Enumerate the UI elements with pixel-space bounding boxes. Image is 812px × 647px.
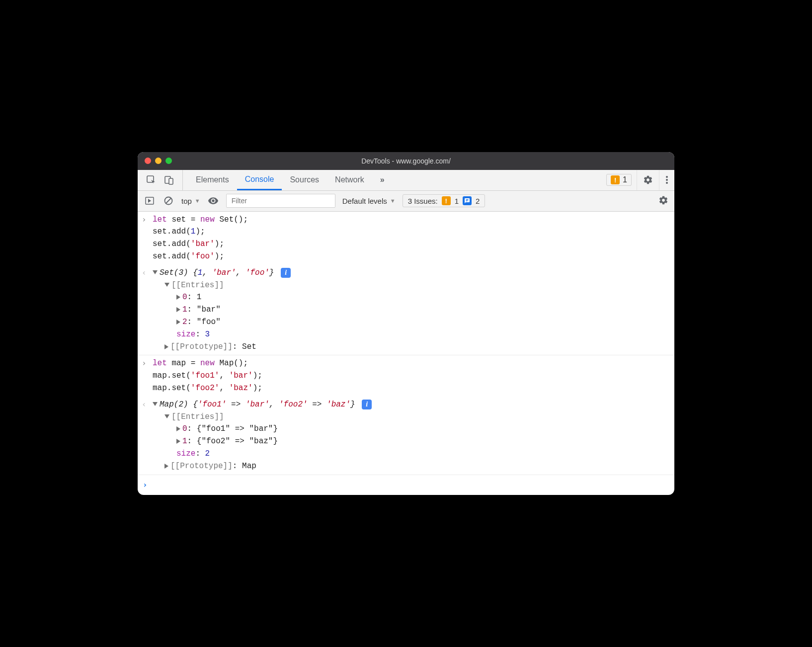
input-prompt-icon: › bbox=[142, 357, 153, 394]
titlebar: DevTools - www.google.com/ bbox=[138, 152, 674, 170]
console-input-row: ›let set = new Set(); set.add(1); set.ad… bbox=[138, 212, 674, 265]
maximize-window-button[interactable] bbox=[165, 158, 172, 164]
svg-rect-2 bbox=[169, 178, 173, 184]
expand-toggle-icon[interactable] bbox=[153, 270, 158, 274]
device-toggle-icon[interactable] bbox=[163, 174, 174, 185]
filter-input[interactable] bbox=[226, 194, 335, 208]
output-content: Map(2) {'foo1' => 'bar', 'foo2' => 'baz'… bbox=[153, 399, 669, 473]
clear-console-button[interactable] bbox=[162, 195, 174, 207]
console-toolbar: top ▼ Default levels ▼ 3 Issues: ! 1 2 bbox=[138, 191, 674, 212]
code-content: let map = new Map(); map.set('foo1', 'ba… bbox=[153, 357, 669, 394]
entry-item[interactable]: 1: {"foo2" => "baz"} bbox=[153, 435, 669, 448]
warning-icon: ! bbox=[611, 175, 620, 184]
input-prompt-icon: › bbox=[142, 214, 153, 263]
expand-toggle-icon[interactable] bbox=[176, 295, 180, 300]
info-icon[interactable]: i bbox=[362, 400, 372, 409]
issues-button[interactable]: 3 Issues: ! 1 2 bbox=[403, 194, 486, 207]
size-property: size: 2 bbox=[153, 448, 669, 460]
console-input-row: ›let map = new Map(); map.set('foo1', 'b… bbox=[138, 355, 674, 396]
dropdown-arrow-icon: ▼ bbox=[390, 198, 396, 204]
output-indicator-icon: ‹ bbox=[142, 399, 153, 473]
prototype-node[interactable]: [[Prototype]]: Set bbox=[153, 341, 669, 353]
tab-network[interactable]: Network bbox=[327, 170, 372, 190]
devtools-window: DevTools - www.google.com/ ElementsConso… bbox=[138, 152, 674, 495]
dropdown-arrow-icon: ▼ bbox=[195, 198, 200, 204]
levels-label: Default levels bbox=[342, 197, 387, 205]
svg-point-5 bbox=[666, 182, 668, 184]
expand-toggle-icon[interactable] bbox=[164, 414, 169, 418]
entry-item[interactable]: 2: "foo" bbox=[153, 316, 669, 328]
message-icon bbox=[463, 196, 472, 205]
expand-toggle-icon[interactable] bbox=[176, 307, 180, 312]
object-summary[interactable]: Map(2) {'foo1' => 'bar', 'foo2' => 'baz'… bbox=[153, 399, 669, 411]
context-selector[interactable]: top ▼ bbox=[181, 197, 200, 205]
window-title: DevTools - www.google.com/ bbox=[138, 157, 674, 165]
live-expression-button[interactable] bbox=[207, 195, 219, 207]
warnings-badge[interactable]: ! 1 bbox=[606, 174, 632, 186]
output-content: Set(3) {1, 'bar', 'foo'} i[[Entries]]0: … bbox=[153, 267, 669, 353]
tabs-overflow-button[interactable]: » bbox=[372, 170, 393, 190]
inspect-element-icon[interactable] bbox=[146, 174, 157, 185]
svg-line-8 bbox=[166, 198, 171, 203]
inspect-tools bbox=[138, 170, 183, 190]
prototype-node[interactable]: [[Prototype]]: Map bbox=[153, 460, 669, 473]
svg-point-3 bbox=[666, 176, 668, 178]
tabsbar-right: ! 1 bbox=[606, 170, 674, 190]
console-prompt[interactable]: › bbox=[138, 475, 674, 495]
entry-item[interactable]: 1: "bar" bbox=[153, 304, 669, 316]
more-menu-button[interactable] bbox=[659, 170, 674, 190]
console-output-row: ‹Set(3) {1, 'bar', 'foo'} i[[Entries]]0:… bbox=[138, 265, 674, 356]
issues-msg-count: 2 bbox=[476, 197, 480, 205]
expand-toggle-icon[interactable] bbox=[176, 426, 180, 431]
expand-toggle-icon[interactable] bbox=[164, 283, 169, 287]
expand-toggle-icon[interactable] bbox=[176, 439, 180, 444]
entry-item[interactable]: 0: {"foo1" => "bar"} bbox=[153, 423, 669, 435]
warnings-count: 1 bbox=[623, 175, 627, 184]
console-output[interactable]: ›let set = new Set(); set.add(1); set.ad… bbox=[138, 212, 674, 495]
size-property: size: 3 bbox=[153, 328, 669, 341]
output-indicator-icon: ‹ bbox=[142, 267, 153, 353]
svg-point-4 bbox=[666, 179, 668, 181]
prompt-icon: › bbox=[143, 479, 154, 491]
expand-toggle-icon[interactable] bbox=[176, 320, 180, 324]
console-settings-button[interactable] bbox=[658, 195, 668, 207]
issues-warn-count: 1 bbox=[455, 197, 459, 205]
close-window-button[interactable] bbox=[145, 158, 151, 164]
console-output-row: ‹Map(2) {'foo1' => 'bar', 'foo2' => 'baz… bbox=[138, 397, 674, 475]
object-summary[interactable]: Set(3) {1, 'bar', 'foo'} i bbox=[153, 267, 669, 279]
traffic-lights bbox=[145, 158, 172, 164]
issues-label: 3 Issues: bbox=[408, 197, 438, 205]
info-icon[interactable]: i bbox=[281, 268, 291, 278]
tabs: ElementsConsoleSourcesNetwork bbox=[183, 170, 372, 190]
entry-item[interactable]: 0: 1 bbox=[153, 291, 669, 304]
expand-toggle-icon[interactable] bbox=[153, 402, 158, 406]
expand-toggle-icon[interactable] bbox=[164, 464, 168, 469]
settings-button[interactable] bbox=[637, 170, 659, 190]
toggle-sidebar-button[interactable] bbox=[144, 195, 156, 207]
expand-toggle-icon[interactable] bbox=[164, 344, 168, 349]
tab-console[interactable]: Console bbox=[237, 170, 282, 190]
entries-node[interactable]: [[Entries]] bbox=[153, 411, 669, 423]
warning-icon: ! bbox=[442, 196, 451, 205]
minimize-window-button[interactable] bbox=[155, 158, 162, 164]
log-levels-selector[interactable]: Default levels ▼ bbox=[342, 197, 396, 205]
context-label: top bbox=[181, 197, 192, 205]
tab-sources[interactable]: Sources bbox=[282, 170, 327, 190]
tabs-bar: ElementsConsoleSourcesNetwork » ! 1 bbox=[138, 170, 674, 191]
code-content: let set = new Set(); set.add(1); set.add… bbox=[153, 214, 669, 263]
entries-node[interactable]: [[Entries]] bbox=[153, 279, 669, 292]
tab-elements[interactable]: Elements bbox=[188, 170, 237, 190]
